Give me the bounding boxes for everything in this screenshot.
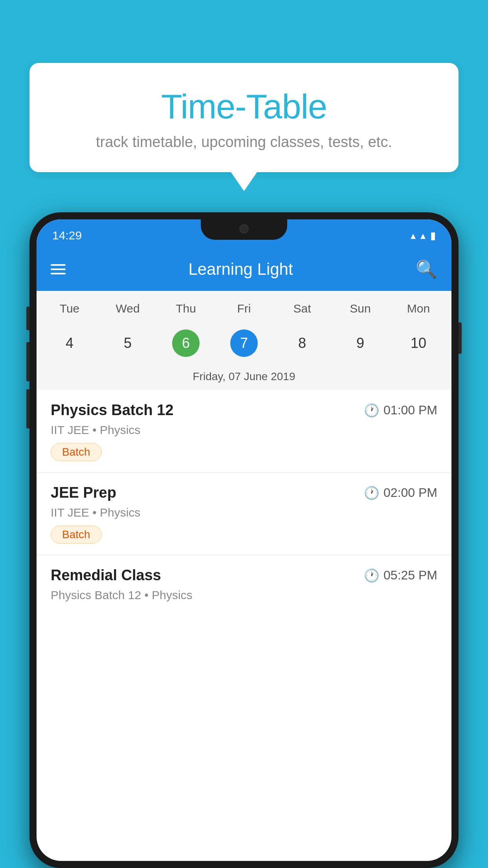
speech-bubble-container: Time-Table track timetable, upcoming cla… xyxy=(29,63,459,172)
silent-button xyxy=(26,389,29,428)
date-4[interactable]: 4 xyxy=(40,326,99,361)
schedule-item-2[interactable]: JEE Prep 🕐 02:00 PM IIT JEE • Physics Ba… xyxy=(37,473,451,555)
volume-down-button xyxy=(26,342,29,381)
search-icon[interactable]: 🔍 xyxy=(416,259,437,280)
day-thu: Thu xyxy=(157,299,215,318)
date-7-selected[interactable]: 7 xyxy=(215,326,273,361)
schedule-item-1-time: 🕐 01:00 PM xyxy=(364,403,437,418)
phone-mockup: 14:29 ▴ ▴ ▮ Learning Light 🔍 xyxy=(29,212,459,868)
days-header: Tue Wed Thu Fri Sat Sun Mon xyxy=(37,291,451,322)
volume-up-button xyxy=(26,307,29,330)
battery-icon: ▮ xyxy=(430,230,436,242)
day-wed: Wed xyxy=(99,299,157,318)
schedule-item-3-subtitle: Physics Batch 12 • Physics xyxy=(51,588,437,602)
schedule-item-3-time-label: 05:25 PM xyxy=(383,568,437,583)
bubble-title: Time-Table xyxy=(45,86,443,127)
phone-wrapper: 14:29 ▴ ▴ ▮ Learning Light 🔍 xyxy=(29,212,459,868)
schedule-item-3[interactable]: Remedial Class 🕐 05:25 PM Physics Batch … xyxy=(37,555,451,614)
date-5[interactable]: 5 xyxy=(99,326,157,361)
schedule-item-1-time-label: 01:00 PM xyxy=(383,403,437,417)
schedule-item-1-header: Physics Batch 12 🕐 01:00 PM xyxy=(51,402,437,419)
date-9[interactable]: 9 xyxy=(331,326,389,361)
calendar-section: Tue Wed Thu Fri Sat Sun Mon 4 5 xyxy=(37,291,451,390)
hamburger-line-1 xyxy=(51,264,66,266)
wifi-icon: ▴ xyxy=(411,230,416,242)
selected-date-label: Friday, 07 June 2019 xyxy=(37,367,451,390)
date-8[interactable]: 8 xyxy=(273,326,331,361)
date-6-today[interactable]: 6 xyxy=(157,326,215,361)
status-icons: ▴ ▴ ▮ xyxy=(411,230,436,242)
schedule-list: Physics Batch 12 🕐 01:00 PM IIT JEE • Ph… xyxy=(37,390,451,614)
app-bar: Learning Light 🔍 xyxy=(37,248,451,291)
schedule-item-3-header: Remedial Class 🕐 05:25 PM xyxy=(51,567,437,584)
schedule-item-2-subtitle: IIT JEE • Physics xyxy=(51,506,437,519)
hamburger-line-3 xyxy=(51,273,66,274)
schedule-item-2-header: JEE Prep 🕐 02:00 PM xyxy=(51,484,437,501)
schedule-item-1-tag: Batch xyxy=(51,443,102,461)
power-button xyxy=(459,322,462,354)
schedule-item-2-time-label: 02:00 PM xyxy=(383,485,437,500)
hamburger-menu-icon[interactable] xyxy=(51,264,66,274)
schedule-item-3-time: 🕐 05:25 PM xyxy=(364,568,437,583)
dates-row: 4 5 6 7 8 9 xyxy=(37,322,451,367)
schedule-item-1-subtitle: IIT JEE • Physics xyxy=(51,423,437,437)
schedule-item-3-title: Remedial Class xyxy=(51,567,161,584)
schedule-item-1-title: Physics Batch 12 xyxy=(51,402,174,419)
day-sun: Sun xyxy=(331,299,389,318)
clock-icon-2: 🕐 xyxy=(364,485,380,500)
clock-icon-1: 🕐 xyxy=(364,403,380,418)
speech-bubble: Time-Table track timetable, upcoming cla… xyxy=(29,63,459,172)
phone-camera xyxy=(239,224,249,234)
signal-icon: ▴ xyxy=(420,230,426,242)
day-mon: Mon xyxy=(389,299,448,318)
schedule-item-1[interactable]: Physics Batch 12 🕐 01:00 PM IIT JEE • Ph… xyxy=(37,390,451,473)
app-bar-title: Learning Light xyxy=(78,260,403,279)
day-tue: Tue xyxy=(40,299,99,318)
bubble-subtitle: track timetable, upcoming classes, tests… xyxy=(45,134,443,151)
phone-screen: 14:29 ▴ ▴ ▮ Learning Light 🔍 xyxy=(37,219,451,861)
date-10[interactable]: 10 xyxy=(389,326,448,361)
clock-icon-3: 🕐 xyxy=(364,568,380,583)
day-fri: Fri xyxy=(215,299,273,318)
phone-notch xyxy=(201,219,287,240)
schedule-item-2-time: 🕐 02:00 PM xyxy=(364,485,437,500)
schedule-item-2-title: JEE Prep xyxy=(51,484,116,501)
schedule-item-2-tag: Batch xyxy=(51,526,102,544)
day-sat: Sat xyxy=(273,299,331,318)
hamburger-line-2 xyxy=(51,268,66,270)
status-time: 14:29 xyxy=(52,229,82,242)
